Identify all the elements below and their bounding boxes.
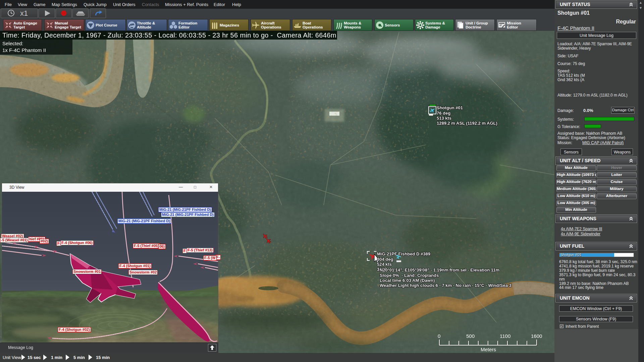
svg-text:0: 0 [438, 334, 440, 339]
svg-text:1100: 1100 [500, 334, 511, 339]
svg-text:Meters: Meters [481, 347, 496, 352]
svg-text:x1: x1 [20, 9, 28, 17]
svg-text:1600: 1600 [531, 334, 542, 339]
svg-text:500: 500 [466, 334, 475, 339]
